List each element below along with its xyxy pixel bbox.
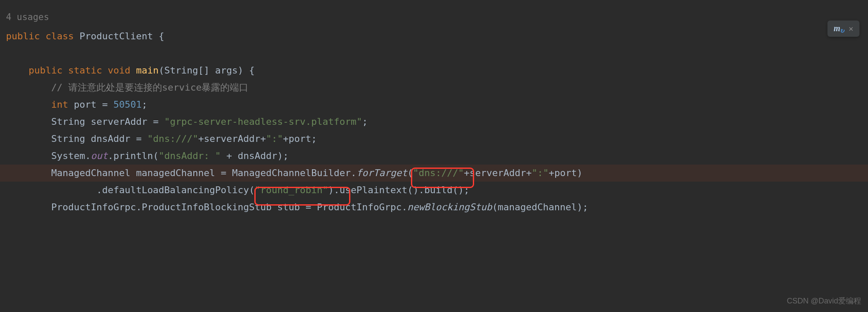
string-literal: "grpc-server-headless-srv.platform" bbox=[164, 116, 362, 127]
static-method: newBlockingStub bbox=[407, 202, 492, 212]
params: (String[] args) { bbox=[159, 65, 255, 76]
code-editor[interactable]: 4 usages public class ProductClient { pu… bbox=[0, 0, 868, 216]
load-balancing-line[interactable]: .defaultLoadBalancingPolicy("round_robin… bbox=[0, 182, 868, 199]
static-method: forTarget bbox=[356, 168, 407, 178]
keyword: public static void bbox=[29, 65, 130, 76]
method-name: main bbox=[136, 65, 159, 76]
comment-line[interactable]: // 请注意此处是要连接的service暴露的端口 bbox=[0, 79, 868, 96]
stub-line[interactable]: ProductInfoGrpc.ProductInfoBlockingStub … bbox=[0, 199, 868, 216]
managed-channel-line[interactable]: ManagedChannel managedChannel = ManagedC… bbox=[0, 165, 868, 182]
blank-line bbox=[0, 45, 868, 62]
main-method-line[interactable]: public static void main(String[] args) { bbox=[0, 62, 868, 79]
keyword: public class bbox=[6, 31, 74, 41]
close-icon[interactable]: ✕ bbox=[849, 20, 853, 37]
dns-addr-line[interactable]: String dnsAddr = "dns:///"+serverAddr+":… bbox=[0, 130, 868, 147]
port-line[interactable]: int port = 50501; bbox=[0, 96, 868, 113]
number-literal: 50501 bbox=[114, 99, 142, 110]
editor-floating-toolbar[interactable]: m↻ ✕ bbox=[827, 21, 859, 37]
comment: // 请注意此处是要连接的service暴露的端口 bbox=[51, 82, 248, 93]
usages-hint[interactable]: 4 usages bbox=[0, 9, 868, 26]
server-addr-line[interactable]: String serverAddr = "grpc-server-headles… bbox=[0, 113, 868, 130]
maven-refresh-icon[interactable]: m↻ bbox=[833, 20, 845, 38]
static-field: out bbox=[91, 150, 108, 161]
println-line[interactable]: System.out.println("dnsAddr: " + dnsAddr… bbox=[0, 147, 868, 165]
watermark: CSDN @David爱编程 bbox=[787, 292, 861, 309]
class-declaration-line[interactable]: public class ProductClient { bbox=[0, 28, 868, 45]
class-name: ProductClient bbox=[79, 31, 153, 41]
